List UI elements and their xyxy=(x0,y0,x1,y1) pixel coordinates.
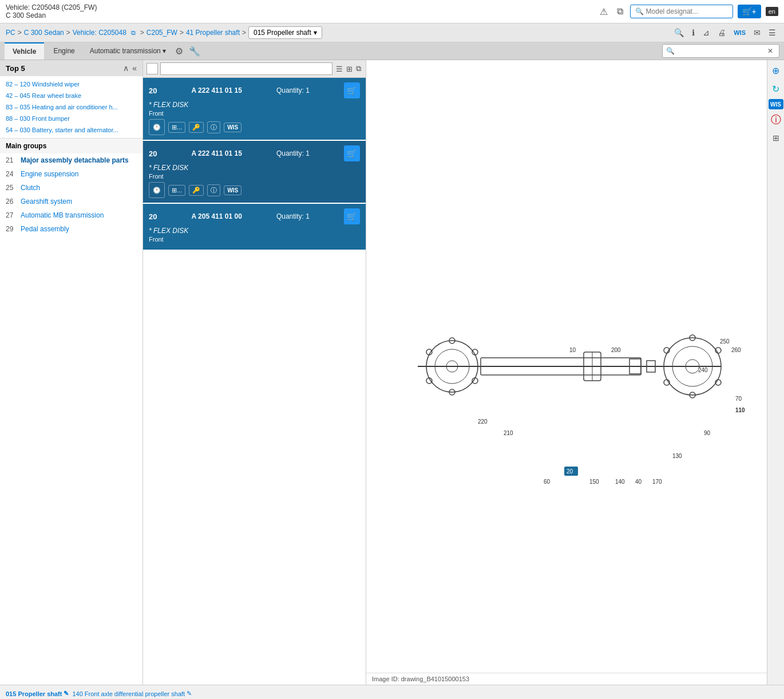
info-icon[interactable]: ℹ xyxy=(690,27,697,38)
zoom-in-button[interactable]: ⊕ xyxy=(768,62,784,78)
part-code: A 222 411 01 15 xyxy=(192,86,242,94)
thumb-tab-015[interactable]: 015 Propeller shaft ✎ xyxy=(6,690,69,697)
diagram-area: 260 250 240 200 10 70 110 210 220 90 xyxy=(366,60,767,673)
group-label: Engine suspension xyxy=(21,170,78,178)
availability-icon[interactable]: 🕐 xyxy=(149,119,165,135)
breadcrumb-vehicle[interactable]: Vehicle: C205048 xyxy=(73,29,126,37)
tab-auto-trans-label: Automatic transmission xyxy=(90,47,161,55)
top5-collapse-icon[interactable]: ∧ xyxy=(123,64,129,73)
copy-icon[interactable]: ⧉ xyxy=(615,5,625,18)
thumb-tab-140[interactable]: 140 Front axle differential propeller sh… xyxy=(72,690,192,697)
tab-search-box: 🔍 ✕ xyxy=(662,44,779,58)
group-item-24[interactable]: 24 Engine suspension xyxy=(0,167,142,181)
main-layout: Top 5 ∧ « 82 – 120 Windshield wiper 42 –… xyxy=(0,60,784,685)
info-circle-icon[interactable]: ⓘ xyxy=(207,121,220,133)
top-bar-right: ⚠ ⧉ 🔍 🛒+ en xyxy=(597,5,778,18)
list-item[interactable]: 88 – 030 Front bumper xyxy=(0,113,142,124)
groups-list: 21 Major assembly detachable parts 24 En… xyxy=(0,153,142,685)
tab-search-icon: 🔍 xyxy=(666,47,675,55)
dropdown-label: 015 Propeller shaft xyxy=(254,29,311,37)
tab-search-close[interactable]: ✕ xyxy=(765,46,775,56)
group-item-29[interactable]: 29 Pedal assembly xyxy=(0,222,142,236)
svg-text:250: 250 xyxy=(720,338,730,345)
top5-header: Top 5 ∧ « xyxy=(0,60,142,76)
edit-icon-140[interactable]: ✎ xyxy=(187,690,192,697)
alert-icon[interactable]: ⚠ xyxy=(597,5,610,18)
group-item-26[interactable]: 26 Gearshift system xyxy=(0,195,142,208)
list-view-icon[interactable]: ☰ xyxy=(335,63,344,74)
thumb-tab-140-label: 140 Front axle differential propeller sh… xyxy=(72,690,185,697)
tab-tool-icon[interactable]: 🔧 xyxy=(187,45,203,58)
parts-search-input[interactable] xyxy=(160,62,332,75)
group-item-21[interactable]: 21 Major assembly detachable parts xyxy=(0,153,142,167)
bottom-panel: 015 Propeller shaft ✎ 140 Front axle dif… xyxy=(0,685,784,699)
group-item-27[interactable]: 27 Automatic MB transmission xyxy=(0,208,142,222)
select-all-checkbox[interactable] xyxy=(146,63,158,74)
lang-badge: en xyxy=(766,7,778,16)
table-icon[interactable]: ⊞... xyxy=(168,122,185,133)
list-item[interactable]: 82 – 120 Windshield wiper xyxy=(0,78,142,90)
list-item[interactable]: 42 – 045 Rear wheel brake xyxy=(0,90,142,101)
part-bottom-icons: 🕐 ⊞... 🔑 ⓘ WIS xyxy=(149,182,360,198)
key-icon[interactable]: 🔑 xyxy=(189,185,204,196)
left-panel: Top 5 ∧ « 82 – 120 Windshield wiper 42 –… xyxy=(0,60,143,685)
wis-right-icon[interactable]: WIS xyxy=(769,99,783,109)
svg-text:210: 210 xyxy=(504,430,513,436)
grid-view-icon[interactable]: ⊞ xyxy=(345,63,354,74)
zoom-in-icon[interactable]: 🔍 xyxy=(672,27,686,38)
menu-icon[interactable]: ☰ xyxy=(766,27,778,38)
part-card-3: 20 A 205 411 01 00 Quantity: 1 🛒 * FLEX … xyxy=(143,204,366,251)
add-to-cart-button[interactable]: 🛒 xyxy=(344,82,360,98)
part-card-1: 20 A 222 411 01 15 Quantity: 1 🛒 * FLEX … xyxy=(143,78,366,141)
parts-toolbar-icons: ☰ ⊞ ⧉ xyxy=(335,63,362,74)
breadcrumb-c205fw[interactable]: C205_FW xyxy=(146,29,177,37)
tab-search-input[interactable] xyxy=(677,47,763,55)
table-icon[interactable]: ⊞... xyxy=(168,185,185,196)
svg-text:130: 130 xyxy=(672,453,682,459)
part-position: 20 xyxy=(149,86,157,95)
wis-icon[interactable]: WIS xyxy=(731,28,748,37)
wis-part-icon[interactable]: WIS xyxy=(224,185,241,195)
tab-engine[interactable]: Engine xyxy=(45,43,82,59)
copy-vehicle-icon[interactable]: ⧉ xyxy=(129,28,138,38)
rotate-icon[interactable]: ↻ xyxy=(768,81,784,97)
model-search-box: 🔍 xyxy=(630,5,733,18)
expand-view-icon[interactable]: ⧉ xyxy=(355,63,362,74)
list-item[interactable]: 83 – 035 Heating and air conditioner h..… xyxy=(0,101,142,113)
diagram-svg: 260 250 240 200 10 70 110 210 220 90 xyxy=(366,60,767,673)
edit-icon-015[interactable]: ✎ xyxy=(64,690,69,697)
add-to-cart-button[interactable]: 🛒 xyxy=(344,208,360,224)
main-groups-title: Main groups xyxy=(6,142,46,150)
tab-vehicle[interactable]: Vehicle xyxy=(5,42,44,60)
list-item[interactable]: 54 – 030 Battery, starter and alternator… xyxy=(0,124,142,136)
part-quantity: Quantity: 1 xyxy=(276,86,310,94)
svg-text:170: 170 xyxy=(652,479,662,485)
group-label: Major assembly detachable parts xyxy=(21,156,129,164)
availability-icon[interactable]: 🕐 xyxy=(149,182,165,198)
mail-icon[interactable]: ✉ xyxy=(751,27,763,38)
svg-text:150: 150 xyxy=(589,479,599,485)
filter-icon[interactable]: ⊿ xyxy=(700,27,712,38)
breadcrumb-41[interactable]: 41 Propeller shaft xyxy=(186,29,240,37)
tab-automatic-transmission[interactable]: Automatic transmission ▾ xyxy=(84,43,172,59)
far-right-toolbar: ⊕ ↻ WIS ⓘ ⊞ xyxy=(767,60,784,685)
propeller-shaft-dropdown[interactable]: 015 Propeller shaft ▾ xyxy=(248,26,322,39)
top5-list: 82 – 120 Windshield wiper 42 – 045 Rear … xyxy=(0,76,142,138)
info-circle-icon[interactable]: ⓘ xyxy=(207,184,220,196)
thumb-tab-015-label: 015 Propeller shaft xyxy=(6,690,62,697)
wis-part-icon[interactable]: WIS xyxy=(224,123,241,132)
top5-minimize-icon[interactable]: « xyxy=(132,64,137,73)
top-bar: Vehicle: C205048 (C205_FW) C 300 Sedan ⚠… xyxy=(0,0,784,23)
group-item-25[interactable]: 25 Clutch xyxy=(0,181,142,195)
model-search-input[interactable] xyxy=(646,7,726,15)
cart-button[interactable]: 🛒+ xyxy=(738,5,761,18)
print-icon[interactable]: 🖨 xyxy=(715,27,728,38)
tab-settings-icon[interactable]: ⚙ xyxy=(173,45,185,58)
breadcrumb-pc[interactable]: PC xyxy=(6,29,15,37)
tab-chevron-icon: ▾ xyxy=(163,47,166,55)
expand-right-icon[interactable]: ⊞ xyxy=(768,130,784,146)
info-right-icon[interactable]: ⓘ xyxy=(768,112,784,128)
add-to-cart-button[interactable]: 🛒 xyxy=(344,145,360,161)
key-icon[interactable]: 🔑 xyxy=(189,122,204,133)
breadcrumb-c300[interactable]: C 300 Sedan xyxy=(24,29,64,37)
